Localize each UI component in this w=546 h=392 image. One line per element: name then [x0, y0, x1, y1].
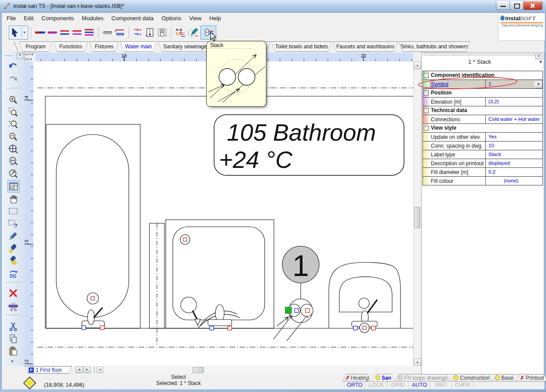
- scroll-left-icon[interactable]: ◄: [97, 367, 103, 373]
- pipe-cold-hot-tool-button[interactable]: [58, 27, 71, 38]
- zoom-window-button[interactable]: [7, 106, 19, 118]
- tab-water-main[interactable]: Water main: [120, 41, 157, 52]
- menu-view[interactable]: View: [185, 14, 205, 23]
- appliance-tool-button[interactable]: [144, 27, 156, 38]
- section-view-style[interactable]: − View style: [423, 124, 542, 133]
- close-button[interactable]: [523, 1, 542, 10]
- dashed-circle-pencil-icon: [187, 27, 198, 38]
- zoom-dynamic-button[interactable]: [7, 168, 19, 179]
- layer-tab-base[interactable]: Base: [493, 374, 516, 381]
- property-row-fill-diameter[interactable]: Fill diameter [m] 0,2: [423, 168, 542, 177]
- layer-tab-construction[interactable]: Construction: [451, 374, 492, 381]
- scroll-up-icon[interactable]: ▲: [414, 62, 421, 69]
- menu-modules[interactable]: Modules: [78, 14, 107, 23]
- sheet-tab-first-floor[interactable]: P 1 First floor: [25, 366, 72, 374]
- manifold-tool-button[interactable]: [101, 27, 113, 38]
- tab-fixtures[interactable]: Fixtures: [89, 41, 119, 52]
- property-row-update-elev[interactable]: Update on other elev. Yes: [423, 133, 542, 142]
- vertical-scroll-thumb[interactable]: [414, 207, 420, 228]
- toolbar-grip[interactable]: [4, 54, 13, 56]
- toggle-chfr[interactable]: CHFR: [452, 381, 473, 389]
- cut-button[interactable]: [7, 321, 19, 332]
- toggle-rep[interactable]: REP: [430, 381, 452, 389]
- vertical-scrollbar[interactable]: ▲ ▼: [413, 62, 421, 367]
- select-tool-button[interactable]: ▼: [9, 25, 28, 40]
- layer-tab-heating[interactable]: ✗Heating: [342, 374, 371, 381]
- collapse-icon[interactable]: −: [424, 126, 429, 131]
- menu-help[interactable]: Help: [205, 14, 225, 23]
- property-row-description-printout[interactable]: Description on printout displayed: [423, 159, 542, 168]
- sheet-next-icon[interactable]: ►: [84, 367, 91, 373]
- connection-pair-tool-button[interactable]: [131, 27, 144, 38]
- horizontal-scroll-thumb[interactable]: [193, 367, 204, 373]
- section-mark-tool-button[interactable]: A-A: [174, 27, 186, 38]
- highlight-burst-button[interactable]: [7, 255, 19, 266]
- select-query-button[interactable]: ?: [7, 218, 19, 229]
- horizontal-scrollbar[interactable]: ◄: [94, 367, 420, 373]
- zoom-in-button[interactable]: [7, 94, 19, 105]
- minimize-button[interactable]: [496, 1, 510, 10]
- close-icon[interactable]: ×: [17, 53, 23, 59]
- menu-options[interactable]: Options: [157, 14, 185, 23]
- chevron-down-icon[interactable]: ▼: [22, 27, 26, 37]
- property-row-fill-colour[interactable]: Fill colour (none): [423, 177, 542, 185]
- pipe-pair-tool-button[interactable]: [34, 27, 46, 38]
- copy-button[interactable]: [7, 333, 19, 345]
- menu-components[interactable]: Components: [37, 14, 78, 23]
- toggle-auto[interactable]: AUTO: [409, 381, 430, 389]
- property-row-elevation[interactable]: Elevation [m] (3,2): [423, 98, 542, 106]
- tab-functions[interactable]: Functions: [53, 41, 88, 52]
- tab-faucets-washbasins[interactable]: Faucets and washbasins: [333, 41, 398, 52]
- zoom-extents-button[interactable]: [7, 143, 19, 155]
- pipe-circulation-tool-button[interactable]: [46, 27, 58, 38]
- pipe-triple-tool-button[interactable]: [83, 27, 95, 38]
- properties-table-button[interactable]: [7, 180, 20, 192]
- toolbar-overflow-button[interactable]: ▼: [11, 359, 14, 363]
- property-row-connections[interactable]: Connections Cold water + Hot water: [423, 115, 542, 124]
- draw-pencil-button[interactable]: [7, 230, 19, 242]
- tab-program[interactable]: Program: [19, 41, 52, 52]
- pan-button[interactable]: [7, 193, 19, 205]
- toggle-lock[interactable]: LOCK: [366, 381, 387, 389]
- regenerate-button[interactable]: DG: [7, 268, 19, 279]
- property-row-conn-spacing[interactable]: Conn. spacing in dwg. 10: [423, 142, 542, 150]
- chevron-down-icon[interactable]: ▼: [538, 60, 544, 64]
- edit-region-tool-button[interactable]: [186, 27, 199, 38]
- ruler-origin-value: 10,4: [25, 58, 36, 61]
- zoom-in-out-button[interactable]: +-: [7, 119, 19, 130]
- paste-button[interactable]: [7, 345, 19, 357]
- select-arrow-icon: [9, 27, 21, 38]
- tab-sinks-bathtubs[interactable]: Sinks, bathtubs and showers: [399, 41, 470, 52]
- undo-button[interactable]: [7, 61, 19, 72]
- scroll-down-icon[interactable]: ▼: [414, 359, 421, 367]
- pump-tool-button[interactable]: [156, 27, 168, 38]
- highlight-button[interactable]: [7, 243, 19, 254]
- layer-tab-fh-loops[interactable]: FH loops drawings: [395, 374, 451, 381]
- property-row-label-type[interactable]: Label type Stack: [423, 150, 542, 159]
- toggle-grid[interactable]: GRID: [387, 381, 409, 389]
- panel-grip[interactable]: [423, 54, 536, 58]
- section-technical-data[interactable]: − Technical data: [423, 106, 542, 115]
- layer-tab-printout[interactable]: ✗Printout: [516, 374, 546, 381]
- toggle-orto[interactable]: ORTO: [344, 381, 366, 389]
- layer-tab-san[interactable]: San: [372, 374, 395, 381]
- zoom-previous-button[interactable]: [7, 156, 19, 167]
- collapse-icon[interactable]: −: [424, 108, 429, 113]
- manifold-pair-tool-button[interactable]: [113, 27, 126, 38]
- select-area-button[interactable]: [7, 206, 19, 217]
- tab-sanitary-sewerage[interactable]: Sanitary sewerage: [158, 41, 212, 52]
- tab-toilet-bowls[interactable]: Toilet bowls and bidets: [271, 41, 332, 52]
- zoom-out-button[interactable]: [7, 131, 19, 142]
- close-icon[interactable]: ×: [535, 54, 542, 59]
- title-bar[interactable]: Instal-san TS - [Instal-san-t-base-stack…: [0, 0, 546, 13]
- sheet-prev-icon[interactable]: ◄: [76, 367, 83, 373]
- symbol-dropdown-button[interactable]: ▼: [535, 80, 542, 88]
- pipe-red-magenta-tool-button[interactable]: [71, 27, 83, 38]
- redo-button[interactable]: [7, 74, 19, 85]
- menu-component-data[interactable]: Component data: [107, 14, 157, 23]
- menu-file[interactable]: File: [3, 14, 20, 23]
- delete-button[interactable]: [7, 287, 19, 299]
- cut-pipe-button[interactable]: [7, 301, 19, 312]
- restore-button[interactable]: [510, 1, 524, 10]
- menu-edit[interactable]: Edit: [20, 14, 37, 23]
